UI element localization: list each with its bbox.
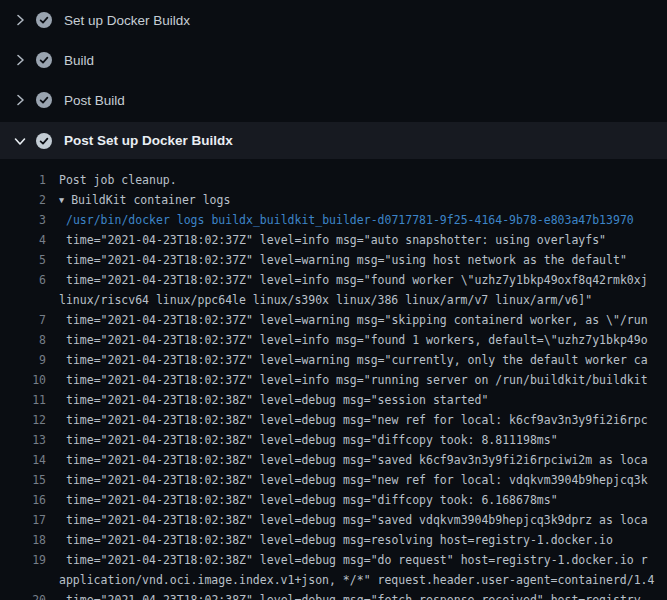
log-text: time="2021-04-23T18:02:38Z" level=debug … xyxy=(59,430,558,450)
log-text: time="2021-04-23T18:02:38Z" level=debug … xyxy=(59,390,488,410)
log-line: 15 time="2021-04-23T18:02:38Z" level=deb… xyxy=(0,470,667,490)
log-text: time="2021-04-23T18:02:37Z" level=warnin… xyxy=(59,250,627,270)
step-label: Build xyxy=(64,53,94,68)
step-row-build[interactable]: Build xyxy=(0,40,667,80)
log-line: 8 time="2021-04-23T18:02:37Z" level=info… xyxy=(0,330,667,350)
check-circle-icon xyxy=(36,133,52,149)
log-text: time="2021-04-23T18:02:38Z" level=debug … xyxy=(59,410,648,430)
line-number[interactable] xyxy=(0,290,46,310)
log-text: /usr/bin/docker logs buildx_buildkit_bui… xyxy=(59,210,634,230)
check-circle-icon xyxy=(36,52,52,68)
line-number[interactable]: 5 xyxy=(0,250,46,270)
line-number[interactable]: 12 xyxy=(0,410,46,430)
line-number[interactable]: 15 xyxy=(0,470,46,490)
line-number[interactable]: 19 xyxy=(0,550,46,570)
step-label: Post Build xyxy=(64,93,125,108)
log-text: time="2021-04-23T18:02:37Z" level=info m… xyxy=(59,330,648,350)
line-number[interactable]: 7 xyxy=(0,310,46,330)
log-line: 10 time="2021-04-23T18:02:37Z" level=inf… xyxy=(0,370,667,390)
log-line: 16 time="2021-04-23T18:02:38Z" level=deb… xyxy=(0,490,667,510)
log-text: application/vnd.oci.image.index.v1+json,… xyxy=(59,570,654,590)
log-text: time="2021-04-23T18:02:37Z" level=info m… xyxy=(59,370,648,390)
log-group-toggle[interactable]: ▼BuildKit container logs xyxy=(59,190,230,210)
log-output: 1 Post job cleanup. 2 ▼BuildKit containe… xyxy=(0,159,667,600)
log-text: Post job cleanup. xyxy=(59,170,177,190)
log-line: 20 time="2021-04-23T18:02:38Z" level=deb… xyxy=(0,590,667,600)
log-text: time="2021-04-23T18:02:38Z" level=debug … xyxy=(59,530,613,550)
chevron-right-icon xyxy=(12,52,28,68)
log-text: time="2021-04-23T18:02:37Z" level=warnin… xyxy=(59,350,648,370)
step-row-post-build[interactable]: Post Build xyxy=(0,80,667,120)
line-number[interactable]: 16 xyxy=(0,490,46,510)
log-text: time="2021-04-23T18:02:38Z" level=debug … xyxy=(59,490,558,510)
log-line: application/vnd.oci.image.index.v1+json,… xyxy=(0,570,667,590)
step-row-post-setup-docker-buildx[interactable]: Post Set up Docker Buildx xyxy=(0,122,667,159)
log-line: 4 time="2021-04-23T18:02:37Z" level=info… xyxy=(0,230,667,250)
triangle-down-icon: ▼ xyxy=(59,190,64,210)
step-row-setup-docker-buildx[interactable]: Set up Docker Buildx xyxy=(0,0,667,40)
line-number[interactable]: 17 xyxy=(0,510,46,530)
log-line: 3 /usr/bin/docker logs buildx_buildkit_b… xyxy=(0,210,667,230)
log-line: 7 time="2021-04-23T18:02:37Z" level=warn… xyxy=(0,310,667,330)
step-list: Set up Docker Buildx Build Post Build Po… xyxy=(0,0,667,159)
log-line: 14 time="2021-04-23T18:02:38Z" level=deb… xyxy=(0,450,667,470)
chevron-right-icon xyxy=(12,12,28,28)
log-line: 12 time="2021-04-23T18:02:38Z" level=deb… xyxy=(0,410,667,430)
line-number[interactable]: 14 xyxy=(0,450,46,470)
line-number[interactable]: 3 xyxy=(0,210,46,230)
chevron-right-icon xyxy=(12,92,28,108)
chevron-down-icon xyxy=(12,133,28,149)
log-line: 2 ▼BuildKit container logs xyxy=(0,190,667,210)
line-number[interactable]: 8 xyxy=(0,330,46,350)
log-line: linux/riscv64 linux/ppc64le linux/s390x … xyxy=(0,290,667,310)
line-number[interactable]: 1 xyxy=(0,170,46,190)
log-text: time="2021-04-23T18:02:37Z" level=warnin… xyxy=(59,310,648,330)
log-line: 18 time="2021-04-23T18:02:38Z" level=deb… xyxy=(0,530,667,550)
line-number[interactable]: 18 xyxy=(0,530,46,550)
log-line: 9 time="2021-04-23T18:02:37Z" level=warn… xyxy=(0,350,667,370)
log-text: time="2021-04-23T18:02:37Z" level=info m… xyxy=(59,230,606,250)
step-label: Set up Docker Buildx xyxy=(64,13,190,28)
log-text: time="2021-04-23T18:02:37Z" level=info m… xyxy=(59,270,648,290)
log-line: 6 time="2021-04-23T18:02:37Z" level=info… xyxy=(0,270,667,290)
line-number[interactable]: 2 xyxy=(0,190,46,210)
line-number[interactable]: 13 xyxy=(0,430,46,450)
log-text: time="2021-04-23T18:02:38Z" level=debug … xyxy=(59,550,648,570)
log-text: time="2021-04-23T18:02:38Z" level=debug … xyxy=(59,590,648,600)
line-number[interactable]: 10 xyxy=(0,370,46,390)
log-text: time="2021-04-23T18:02:38Z" level=debug … xyxy=(59,510,648,530)
log-text: linux/riscv64 linux/ppc64le linux/s390x … xyxy=(59,290,592,310)
log-line: 11 time="2021-04-23T18:02:38Z" level=deb… xyxy=(0,390,667,410)
line-number[interactable]: 11 xyxy=(0,390,46,410)
log-text: time="2021-04-23T18:02:38Z" level=debug … xyxy=(59,470,648,490)
log-line: 13 time="2021-04-23T18:02:38Z" level=deb… xyxy=(0,430,667,450)
line-number[interactable] xyxy=(0,570,46,590)
log-line: 1 Post job cleanup. xyxy=(0,170,667,190)
log-line: 19 time="2021-04-23T18:02:38Z" level=deb… xyxy=(0,550,667,570)
line-number[interactable]: 4 xyxy=(0,230,46,250)
log-text: time="2021-04-23T18:02:38Z" level=debug … xyxy=(59,450,648,470)
line-number[interactable]: 9 xyxy=(0,350,46,370)
check-circle-icon xyxy=(36,12,52,28)
log-line: 17 time="2021-04-23T18:02:38Z" level=deb… xyxy=(0,510,667,530)
check-circle-icon xyxy=(36,92,52,108)
step-label: Post Set up Docker Buildx xyxy=(64,133,233,148)
log-line: 5 time="2021-04-23T18:02:37Z" level=warn… xyxy=(0,250,667,270)
line-number[interactable]: 6 xyxy=(0,270,46,290)
line-number[interactable]: 20 xyxy=(0,590,46,600)
